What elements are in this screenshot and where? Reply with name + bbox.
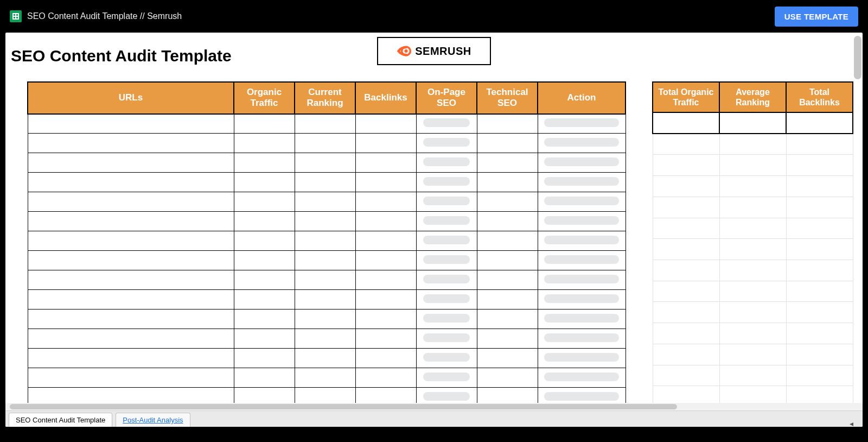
table-row[interactable] xyxy=(653,134,853,155)
table-cell[interactable] xyxy=(355,114,416,134)
table-cell[interactable] xyxy=(234,192,295,212)
table-cell[interactable] xyxy=(234,270,295,290)
table-cell[interactable] xyxy=(477,134,538,153)
table-row[interactable] xyxy=(653,260,853,281)
table-row[interactable] xyxy=(28,270,626,290)
table-cell[interactable] xyxy=(28,310,234,329)
table-row[interactable] xyxy=(653,365,853,386)
table-cell[interactable] xyxy=(234,212,295,231)
table-row[interactable] xyxy=(28,251,626,270)
table-cell[interactable] xyxy=(416,270,477,290)
table-cell[interactable] xyxy=(234,114,295,134)
table-cell[interactable] xyxy=(28,290,234,310)
table-cell[interactable] xyxy=(416,310,477,329)
table-row[interactable] xyxy=(653,155,853,176)
vertical-scrollbar-thumb[interactable] xyxy=(854,36,861,79)
table-cell[interactable] xyxy=(653,176,719,197)
table-cell[interactable] xyxy=(477,251,538,270)
table-cell[interactable] xyxy=(234,349,295,368)
table-cell[interactable] xyxy=(719,260,786,281)
table-cell[interactable] xyxy=(786,134,853,155)
table-cell[interactable] xyxy=(355,329,416,349)
table-cell[interactable] xyxy=(653,134,719,155)
table-cell[interactable] xyxy=(416,192,477,212)
table-cell[interactable] xyxy=(295,134,355,153)
table-cell[interactable] xyxy=(234,310,295,329)
table-cell[interactable] xyxy=(538,329,626,349)
table-cell[interactable] xyxy=(355,231,416,251)
table-cell[interactable] xyxy=(355,192,416,212)
table-cell[interactable] xyxy=(477,173,538,192)
table-cell[interactable] xyxy=(653,218,719,239)
table-cell[interactable] xyxy=(28,329,234,349)
table-cell[interactable] xyxy=(295,270,355,290)
table-cell[interactable] xyxy=(477,329,538,349)
table-cell[interactable] xyxy=(653,260,719,281)
table-cell[interactable] xyxy=(719,197,786,218)
table-cell[interactable] xyxy=(653,239,719,260)
table-row[interactable] xyxy=(28,153,626,173)
table-cell[interactable] xyxy=(538,212,626,231)
table-cell[interactable] xyxy=(538,310,626,329)
table-cell[interactable] xyxy=(719,218,786,239)
table-row[interactable] xyxy=(28,310,626,329)
table-cell[interactable] xyxy=(719,176,786,197)
table-cell[interactable] xyxy=(786,323,853,344)
table-cell[interactable] xyxy=(416,349,477,368)
table-row[interactable] xyxy=(653,176,853,197)
table-cell[interactable] xyxy=(28,270,234,290)
table-cell[interactable] xyxy=(234,290,295,310)
table-row[interactable] xyxy=(653,218,853,239)
table-cell[interactable] xyxy=(28,192,234,212)
table-cell[interactable] xyxy=(416,173,477,192)
table-cell[interactable] xyxy=(28,251,234,270)
table-cell[interactable] xyxy=(295,173,355,192)
table-cell[interactable] xyxy=(653,365,719,386)
table-cell[interactable] xyxy=(28,349,234,368)
table-cell[interactable] xyxy=(234,251,295,270)
table-cell[interactable] xyxy=(295,368,355,388)
table-row[interactable] xyxy=(653,344,853,365)
table-cell[interactable] xyxy=(234,231,295,251)
table-cell[interactable] xyxy=(28,212,234,231)
table-cell[interactable] xyxy=(416,134,477,153)
table-cell[interactable] xyxy=(719,155,786,176)
table-cell[interactable] xyxy=(416,231,477,251)
table-cell[interactable] xyxy=(234,134,295,153)
table-cell[interactable] xyxy=(538,114,626,134)
table-cell[interactable] xyxy=(416,329,477,349)
table-cell[interactable] xyxy=(538,290,626,310)
table-cell[interactable] xyxy=(786,155,853,176)
table-cell[interactable] xyxy=(295,290,355,310)
table-cell[interactable] xyxy=(416,368,477,388)
table-cell[interactable] xyxy=(416,114,477,134)
table-cell[interactable] xyxy=(355,270,416,290)
table-cell[interactable] xyxy=(786,281,853,302)
table-cell[interactable] xyxy=(355,290,416,310)
sheet-scroll-area[interactable]: SEO Content Audit Template SEMRUSH xyxy=(5,33,863,427)
table-cell[interactable] xyxy=(28,114,234,134)
table-row[interactable] xyxy=(653,281,853,302)
table-row[interactable] xyxy=(28,329,626,349)
table-cell[interactable] xyxy=(538,251,626,270)
table-cell[interactable] xyxy=(538,349,626,368)
table-row[interactable] xyxy=(653,302,853,323)
table-cell[interactable] xyxy=(538,192,626,212)
table-row[interactable] xyxy=(28,231,626,251)
table-cell[interactable] xyxy=(653,323,719,344)
table-row[interactable] xyxy=(28,349,626,368)
table-cell[interactable] xyxy=(355,212,416,231)
table-row[interactable] xyxy=(653,239,853,260)
table-cell[interactable] xyxy=(28,368,234,388)
table-cell[interactable] xyxy=(295,231,355,251)
table-cell[interactable] xyxy=(295,114,355,134)
use-template-button[interactable]: USE TEMPLATE xyxy=(775,7,858,27)
table-cell[interactable] xyxy=(653,155,719,176)
table-cell[interactable] xyxy=(719,281,786,302)
table-cell[interactable] xyxy=(234,368,295,388)
tab-seo-content-audit-template[interactable]: SEO Content Audit Template xyxy=(9,413,112,427)
table-cell[interactable] xyxy=(538,153,626,173)
table-cell[interactable] xyxy=(477,153,538,173)
table-cell[interactable] xyxy=(295,329,355,349)
table-cell[interactable] xyxy=(477,349,538,368)
